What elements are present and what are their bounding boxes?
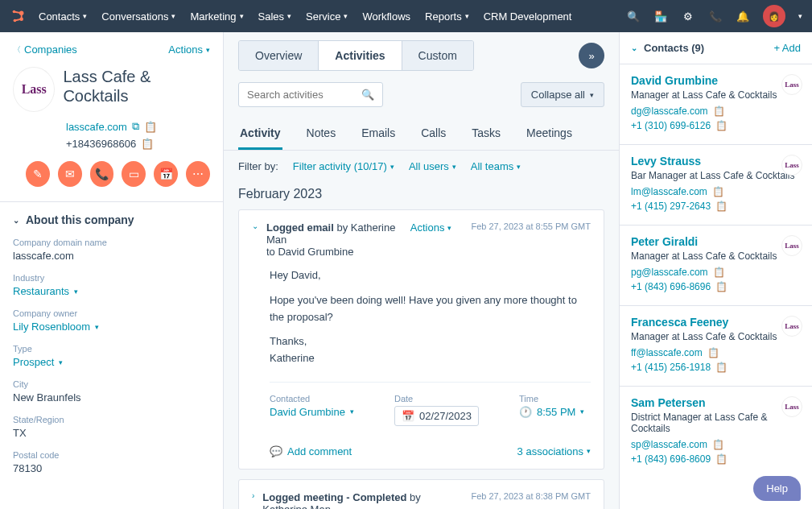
postal-field-value[interactable]: 78130 [13,462,210,474]
contacted-value[interactable]: David Grumbine ▾ [270,406,354,418]
subtab-notes[interactable]: Notes [305,118,338,150]
more-button[interactable]: ⋯ [186,161,210,187]
company-logo: Lass [13,67,55,112]
breadcrumb-back[interactable]: 〈 Companies [13,43,77,56]
contact-email-link[interactable]: dg@lasscafe.com [631,106,708,117]
company-domain-link[interactable]: lasscafe.com [66,121,127,133]
subtab-emails[interactable]: Emails [360,118,397,150]
card-expand-toggle[interactable]: › [252,491,254,500]
subtab-activity[interactable]: Activity [238,118,282,150]
note-button[interactable]: ✎ [26,161,50,187]
call-button[interactable]: 📞 [90,161,114,187]
search-icon[interactable]: 🔍 [361,89,374,101]
contact-card: LassFrancesca FeeneyManager at Lass Cafe… [620,305,812,386]
time-value[interactable]: 🕐 8:55 PM ▾ [519,406,584,418]
marketplace-icon[interactable]: 🏪 [653,9,668,23]
copy-email-icon[interactable]: 📋 [712,439,724,450]
tab-overview[interactable]: Overview [239,41,319,70]
company-name: Lass Cafe & Cocktails [63,67,210,106]
add-contact-button[interactable]: + Add [773,42,801,54]
date-input[interactable]: 📅02/27/2023 [394,406,479,426]
record-tabs: Overview Activities Custom [238,40,474,71]
copy-email-icon[interactable]: 📋 [712,186,724,197]
account-menu-caret[interactable]: ▾ [798,12,802,20]
copy-phone-icon[interactable]: 📋 [715,120,728,131]
copy-phone-icon[interactable]: 📋 [715,362,728,373]
copy-email-icon[interactable]: 📋 [713,106,725,117]
contacts-section-header[interactable]: ⌄ Contacts (9) [631,42,704,54]
activity-card-meeting: › Logged meeting - Completed by Katherin… [238,479,604,509]
help-bubble[interactable]: Help [753,476,801,501]
owner-field-value[interactable]: Lily Rosenbloom ▾ [13,321,210,333]
contact-name-link[interactable]: Peter Giraldi [631,235,801,248]
card-collapse-toggle[interactable]: ⌄ [252,221,258,230]
copy-phone-icon[interactable]: 📋 [715,201,728,212]
add-comment-button[interactable]: 💬 Add comment [270,445,352,457]
copy-domain-icon[interactable]: 📋 [144,121,157,133]
copy-email-icon[interactable]: 📋 [713,267,725,278]
company-actions-menu[interactable]: Actions ▾ [168,43,210,56]
nav-crm-dev[interactable]: CRM Development [484,10,572,23]
copy-phone-icon[interactable]: 📋 [141,138,154,150]
log-button[interactable]: ▭ [122,161,146,187]
subtab-tasks[interactable]: Tasks [470,118,502,150]
type-field-value[interactable]: Prospect ▾ [13,356,210,368]
contacted-label: Contacted [270,394,354,403]
hubspot-logo-icon[interactable] [10,7,27,25]
contact-name-link[interactable]: Sam Petersen [631,396,801,409]
settings-icon[interactable]: ⚙ [681,9,695,23]
associations-dropdown[interactable]: 3 associations ▾ [517,445,591,457]
nav-marketing[interactable]: Marketing ▾ [190,10,243,23]
nav-service[interactable]: Service ▾ [306,10,348,23]
contact-company-logo: Lass [781,316,802,337]
tab-custom[interactable]: Custom [402,41,473,70]
clock-icon: 🕐 [519,406,532,418]
about-section-header[interactable]: ⌄ About this company [13,213,210,226]
contact-phone-link[interactable]: +1 (843) 696-8609 [631,453,711,465]
contact-phone-link[interactable]: +1 (415) 297-2643 [631,201,711,212]
subtab-calls[interactable]: Calls [419,118,447,150]
copy-phone-icon[interactable]: 📋 [715,453,728,465]
filter-users-dropdown[interactable]: All users ▾ [409,160,456,172]
user-avatar[interactable]: 👩 [763,5,785,27]
collapse-all-button[interactable]: Collapse all ▾ [521,82,604,107]
contact-email-link[interactable]: pg@lasscafe.com [631,267,708,278]
contact-phone-link[interactable]: +1 (310) 699-6126 [631,120,711,131]
subtab-meetings[interactable]: Meetings [525,118,574,150]
city-field-value[interactable]: New Braunfels [13,391,210,403]
contact-email-link[interactable]: ff@lasscafe.com [631,347,703,358]
calling-icon[interactable]: 📞 [708,9,723,23]
filter-teams-dropdown[interactable]: All teams ▾ [471,160,521,172]
card-actions-menu[interactable]: Actions ▾ [410,221,452,234]
contact-name-link[interactable]: David Grumbine [631,74,801,87]
state-field-value[interactable]: TX [13,427,210,439]
date-label: Date [394,394,479,403]
search-icon[interactable]: 🔍 [626,9,641,23]
nav-conversations[interactable]: Conversations ▾ [101,10,175,23]
email-button[interactable]: ✉ [58,161,82,187]
domain-field-value[interactable]: lasscafe.com [13,250,210,262]
contact-company-logo: Lass [781,155,802,176]
open-external-icon[interactable]: ⧉ [132,120,139,133]
expand-sidebar-button[interactable]: » [579,43,604,68]
industry-field-value[interactable]: Restaurants ▾ [13,285,210,297]
search-activities-input[interactable] [247,89,353,101]
nav-reports[interactable]: Reports ▾ [425,10,469,23]
notifications-icon[interactable]: 🔔 [736,9,750,23]
nav-contacts[interactable]: Contacts ▾ [39,10,87,23]
contact-phone-link[interactable]: +1 (843) 696-8696 [631,281,711,292]
nav-sales[interactable]: Sales ▾ [258,10,292,23]
owner-field-label: Company owner [13,308,210,318]
contact-email-link[interactable]: lm@lasscafe.com [631,186,707,197]
contact-name-link[interactable]: Francesca Feeney [631,316,801,329]
search-activities-box[interactable]: 🔍 [238,82,383,107]
nav-workflows[interactable]: Workflows [362,10,410,23]
contact-email-link[interactable]: sp@lasscafe.com [631,439,707,450]
filter-activity-dropdown[interactable]: Filter activity (10/17) ▾ [293,160,394,172]
copy-phone-icon[interactable]: 📋 [715,281,728,292]
contact-name-link[interactable]: Levy Strauss [631,155,801,168]
contact-phone-link[interactable]: +1 (415) 256-1918 [631,362,711,373]
tab-activities[interactable]: Activities [319,41,402,70]
task-button[interactable]: 📅 [154,161,178,187]
copy-email-icon[interactable]: 📋 [707,347,719,358]
